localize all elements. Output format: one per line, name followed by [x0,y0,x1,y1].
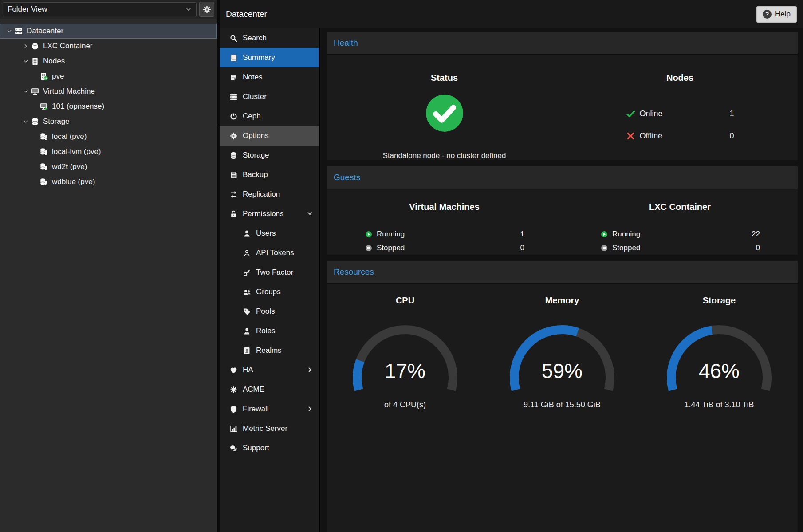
tree-settings-gear-button[interactable] [199,2,214,17]
menu-item-firewall[interactable]: Firewall [220,399,319,419]
tree-item-label: wd2t (pve) [52,162,87,171]
caret-down-icon[interactable] [5,28,13,34]
database-drive-icon [39,148,48,156]
ceph-icon [229,112,238,120]
menu-item-notes[interactable]: Notes [220,67,319,87]
tree-item-wdblue-pve[interactable]: wdblue (pve) [0,174,217,189]
nodes-row-online: Online1 [626,102,734,125]
lxc-value: 22 [752,230,760,239]
database-drive-icon [39,133,48,141]
menu-item-cluster[interactable]: Cluster [220,87,319,106]
topbar: Datacenter ? Help [220,0,803,28]
folder-view-value: Folder View [8,5,47,14]
cluster-status-column: Status Standalone node - no cluster defi… [327,73,562,160]
menu-item-ha[interactable]: HA [220,360,319,380]
menu-item-label: Cluster [243,92,267,101]
caret-down-icon[interactable] [22,58,29,64]
virtual-machines-rows: Running1Stopped0 [364,227,524,255]
tree-item-nodes[interactable]: Nodes [0,54,217,69]
floppy-icon [229,171,238,179]
nodes-value: 0 [730,131,734,141]
tree-item-wd2t-pve[interactable]: wd2t (pve) [0,159,217,174]
menu-item-acme[interactable]: ACME [220,380,319,399]
caret-right-icon [307,406,314,413]
tree-item-virtual-machine[interactable]: Virtual Machine [0,84,217,99]
tree-item-storage[interactable]: Storage [0,114,217,129]
menu-item-support[interactable]: Support [220,438,319,458]
cross-icon [626,131,635,140]
nodes-value: 1 [730,109,734,118]
resource-tree: DatacenterLXC ContainerNodespveVirtual M… [0,19,217,189]
sync-arrows-icon [229,190,238,198]
lxc-container-heading: LXC Container [562,202,798,212]
bar-chart-icon [229,425,238,433]
health-panel-title: Health [334,38,358,48]
guests-panel: Guests Virtual Machines Running1Stopped0… [327,166,798,255]
comments-icon [229,444,238,452]
stop-circle-icon [364,244,373,252]
status-heading: Status [327,73,562,83]
menu-item-pools[interactable]: Pools [220,302,319,321]
nodes-label: Offline [639,131,662,141]
gauge-arc [496,319,629,397]
menu-item-label: Pools [256,307,275,316]
menu-item-metric-server[interactable]: Metric Server [220,419,319,438]
menu-item-roles[interactable]: Roles [220,321,319,341]
caret-down-icon[interactable] [22,118,29,125]
virtual-machines-column: Virtual Machines Running1Stopped0 [327,202,562,255]
users-icon [242,288,251,296]
menu-item-options[interactable]: Options [220,126,319,146]
menu-item-realms[interactable]: Realms [220,341,319,360]
gauge-percent: 46% [653,361,786,381]
tree-item-local-pve[interactable]: local (pve) [0,129,217,144]
tree-item-lxc-container[interactable]: LXC Container [0,39,217,54]
lxc-row-stopped: Stopped0 [600,241,760,255]
vm-label: Running [377,230,405,239]
menu-item-label: Permissions [243,209,284,218]
menu-item-replication[interactable]: Replication [220,185,319,204]
menu-item-label: Ceph [243,112,261,121]
guests-panel-body: Virtual Machines Running1Stopped0 LXC Co… [327,189,798,255]
menu-item-label: Realms [256,346,282,355]
user-outline-icon [242,249,251,257]
caret-right-icon[interactable] [22,43,29,49]
menu-item-permissions[interactable]: Permissions [220,204,319,224]
menu-item-two-factor[interactable]: Two Factor [220,263,319,282]
database-icon [229,151,238,159]
menu-item-backup[interactable]: Backup [220,165,319,185]
tree-item-101-opnsense[interactable]: 101 (opnsense) [0,99,217,114]
nodes-column: Nodes Online1Offline0 [562,73,798,160]
gauge-dial: 46% [653,319,786,397]
menu-item-groups[interactable]: Groups [220,282,319,302]
building-check-icon [39,72,48,80]
lxc-container-rows: Running22Stopped0 [600,227,760,255]
building-icon [30,57,39,65]
vm-value: 0 [520,244,524,252]
menu-item-label: ACME [243,385,264,394]
tag-icon [242,307,251,315]
menu-item-search[interactable]: Search [220,28,319,48]
help-button[interactable]: ? Help [756,6,797,23]
vm-value: 1 [520,230,524,239]
datacenter-menu: SearchSummaryNotesClusterCephOptionsStor… [220,28,320,532]
menu-item-summary[interactable]: Summary [220,48,319,67]
tree-item-local-lvm-pve[interactable]: local-lvm (pve) [0,144,217,159]
status-message: Standalone node - no cluster defined [327,151,562,160]
address-book-icon [242,347,251,355]
folder-view-select[interactable]: Folder View [3,2,197,16]
vm-row-running: Running1 [364,227,524,241]
gauge-heading: CPU [327,296,484,306]
search-icon [229,34,238,42]
menu-item-storage[interactable]: Storage [220,146,319,165]
resources-panel: Resources CPU17%of 4 CPU(s)Memory59%9.11… [327,261,798,532]
tree-item-datacenter[interactable]: Datacenter [0,24,217,39]
tree-item-pve[interactable]: pve [0,69,217,84]
menu-item-ceph[interactable]: Ceph [220,106,319,126]
menu-item-users[interactable]: Users [220,224,319,243]
caret-down-icon[interactable] [22,88,29,95]
health-panel-body: Status Standalone node - no cluster defi… [327,55,798,160]
nodes-label: Online [639,109,662,118]
menu-item-label: Replication [243,190,280,199]
resource-tree-panel: Folder View DatacenterLXC ContainerNodes… [0,0,217,532]
menu-item-api-tokens[interactable]: API Tokens [220,243,319,263]
